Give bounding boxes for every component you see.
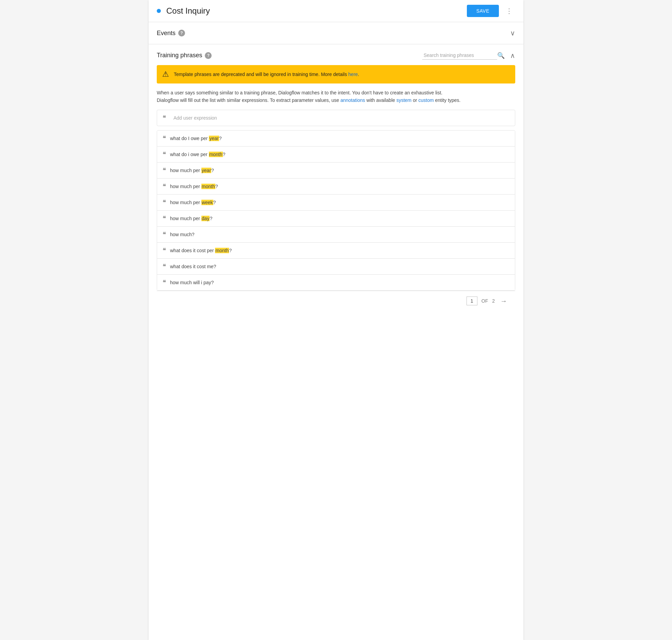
total-pages: 2: [492, 298, 495, 304]
phrase-text: how much will i pay?: [170, 280, 214, 285]
events-chevron-icon[interactable]: ∨: [510, 29, 515, 37]
training-phrases-help-icon[interactable]: ?: [205, 52, 211, 59]
current-page[interactable]: 1: [467, 296, 478, 305]
phrase-text: how much?: [170, 232, 194, 237]
annotations-link[interactable]: annotations: [340, 98, 365, 103]
list-item[interactable]: ❝how much?: [157, 227, 515, 243]
list-item[interactable]: ❝what does it cost me?: [157, 259, 515, 275]
add-expression-box: ❝: [157, 110, 515, 126]
quote-icon: ❝: [163, 166, 166, 174]
search-area: 🔍 ∧: [422, 51, 515, 60]
phrase-text: how much per month?: [170, 184, 218, 189]
quote-icon: ❝: [163, 135, 166, 142]
warning-banner: ⚠ Template phrases are deprecated and wi…: [157, 65, 515, 84]
list-item[interactable]: ❝what do I owe per year?: [157, 131, 515, 147]
highlight-entity: month: [215, 248, 229, 253]
warning-link[interactable]: here: [348, 72, 358, 77]
search-icon[interactable]: 🔍: [497, 52, 505, 59]
training-phrases-title: Training phrases: [157, 52, 202, 59]
quote-icon: ❝: [163, 247, 166, 254]
training-collapse-icon[interactable]: ∧: [510, 52, 515, 60]
system-link[interactable]: system: [396, 98, 411, 103]
add-expression-input[interactable]: [173, 115, 509, 121]
pagination: 1 OF 2 →: [157, 291, 515, 311]
highlight-entity: week: [201, 200, 213, 205]
training-phrases-section: Training phrases ? 🔍 ∧ ⚠ Template phrase…: [149, 44, 523, 311]
phrases-list: ❝what do I owe per year?❝what do i owe p…: [157, 130, 515, 291]
highlight-entity: day: [201, 216, 210, 221]
phrase-text: how much per day?: [170, 216, 212, 221]
list-item[interactable]: ❝how much per year?: [157, 162, 515, 178]
quote-icon: ❝: [163, 263, 166, 270]
list-item[interactable]: ❝what does it cost per month?: [157, 243, 515, 259]
phrase-text: what does it cost per month?: [170, 248, 232, 253]
description-text: When a user says something similar to a …: [157, 89, 515, 104]
list-item[interactable]: ❝what do i owe per month?: [157, 147, 515, 162]
quote-icon: ❝: [163, 151, 166, 158]
custom-link[interactable]: custom: [419, 98, 434, 103]
search-input[interactable]: [422, 51, 497, 60]
phrase-text: what does it cost me?: [170, 264, 216, 269]
training-header: Training phrases ? 🔍 ∧: [157, 51, 515, 60]
phrase-text: what do i owe per month?: [170, 152, 225, 157]
events-title: Events: [157, 30, 175, 37]
quote-icon: ❝: [163, 183, 166, 190]
status-dot: [157, 9, 161, 13]
add-quote-icon: ❝: [163, 114, 166, 122]
quote-icon: ❝: [163, 199, 166, 206]
list-item[interactable]: ❝how much per day?: [157, 210, 515, 227]
quote-icon: ❝: [163, 279, 166, 286]
highlight-entity: month: [209, 152, 223, 157]
warning-triangle-icon: ⚠: [162, 70, 169, 79]
list-item[interactable]: ❝how much per month?: [157, 178, 515, 194]
more-options-icon[interactable]: ⋮: [503, 5, 515, 16]
events-help-icon[interactable]: ?: [178, 30, 185, 37]
page-title: Cost Inquiry: [166, 6, 467, 16]
list-item[interactable]: ❝how much per week?: [157, 194, 515, 210]
quote-icon: ❝: [163, 215, 166, 222]
warning-text: Template phrases are deprecated and will…: [174, 72, 359, 77]
phrase-text: how much per year?: [170, 168, 214, 173]
header: Cost Inquiry SAVE ⋮: [149, 0, 523, 22]
phrase-text: how much per week?: [170, 200, 216, 205]
highlight-entity: month: [201, 184, 215, 189]
list-item[interactable]: ❝how much will i pay?: [157, 275, 515, 290]
next-page-arrow-icon[interactable]: →: [499, 296, 508, 306]
phrase-text: what do I owe per year?: [170, 136, 221, 141]
quote-icon: ❝: [163, 231, 166, 238]
page-separator: OF: [482, 298, 488, 304]
highlight-entity: year: [201, 168, 211, 173]
save-button[interactable]: SAVE: [467, 5, 499, 17]
events-section: Events ? ∨: [149, 22, 523, 44]
highlight-entity: year: [209, 136, 219, 141]
